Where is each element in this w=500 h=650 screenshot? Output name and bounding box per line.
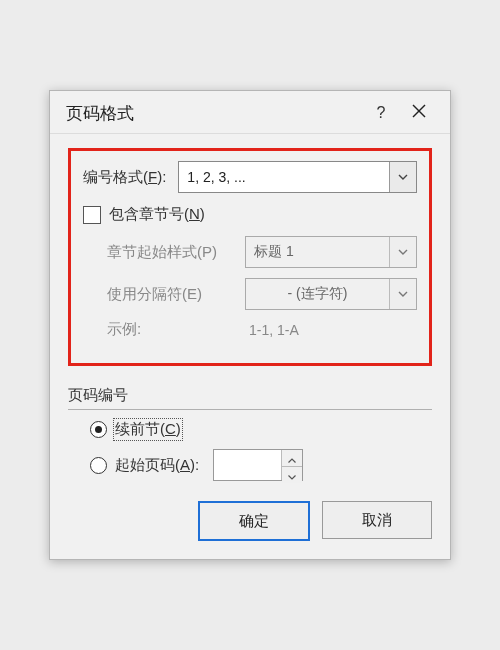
continue-previous-radio[interactable] — [90, 421, 107, 438]
include-chapter-row: 包含章节号(N) — [83, 205, 417, 224]
chapter-start-row: 章节起始样式(P) 标题 1 — [107, 236, 417, 268]
separator-value: - (连字符) — [246, 279, 389, 309]
number-format-value: 1, 2, 3, ... — [179, 162, 389, 192]
spin-up-button[interactable] — [282, 450, 302, 467]
start-at-input[interactable] — [214, 450, 281, 480]
continue-previous-label: 续前节(C) — [115, 420, 181, 439]
page-number-format-dialog: 页码格式 ? 编号格式(F): 1, 2, 3, ... — [49, 90, 451, 560]
number-format-combo[interactable]: 1, 2, 3, ... — [178, 161, 417, 193]
example-row: 示例: 1-1, 1-A — [107, 320, 417, 339]
separator-row: 使用分隔符(E) - (连字符) — [107, 278, 417, 310]
help-button[interactable]: ? — [362, 99, 400, 127]
chapter-start-combo[interactable]: 标题 1 — [245, 236, 417, 268]
spinner-buttons — [281, 450, 302, 480]
ok-button[interactable]: 确定 — [198, 501, 310, 541]
include-chapter-checkbox[interactable] — [83, 206, 101, 224]
number-format-label: 编号格式(F): — [83, 168, 166, 187]
start-at-radio[interactable] — [90, 457, 107, 474]
chevron-down-icon — [389, 162, 416, 192]
chevron-down-icon — [288, 467, 296, 483]
dialog-content: 编号格式(F): 1, 2, 3, ... 包含章节号(N) 章节起始样式(P) — [50, 134, 450, 559]
chevron-down-icon — [389, 237, 416, 267]
separator-combo[interactable]: - (连字符) — [245, 278, 417, 310]
start-at-spinner[interactable] — [213, 449, 303, 481]
separator-label: 使用分隔符(E) — [107, 285, 237, 304]
spin-down-button[interactable] — [282, 467, 302, 483]
page-numbering-label: 页码编号 — [68, 386, 432, 407]
page-numbering-group: 页码编号 续前节(C) 起始页码(A): — [68, 380, 432, 481]
start-at-label: 起始页码(A): — [115, 456, 199, 475]
close-button[interactable] — [400, 99, 438, 127]
cancel-button[interactable]: 取消 — [322, 501, 432, 539]
chevron-down-icon — [389, 279, 416, 309]
number-format-row: 编号格式(F): 1, 2, 3, ... — [83, 161, 417, 193]
continue-previous-row: 续前节(C) — [90, 420, 432, 439]
dialog-buttons: 确定 取消 — [68, 501, 432, 541]
example-label: 示例: — [107, 320, 237, 339]
include-chapter-label: 包含章节号(N) — [109, 205, 205, 224]
titlebar: 页码格式 ? — [50, 91, 450, 134]
dialog-title: 页码格式 — [66, 102, 362, 125]
group-divider — [68, 409, 432, 410]
chapter-start-label: 章节起始样式(P) — [107, 243, 237, 262]
page-numbering-options: 续前节(C) 起始页码(A): — [68, 420, 432, 481]
start-at-row: 起始页码(A): — [90, 449, 432, 481]
chapter-sub-options: 章节起始样式(P) 标题 1 使用分隔符(E) - (连字符) — [83, 236, 417, 339]
highlight-box: 编号格式(F): 1, 2, 3, ... 包含章节号(N) 章节起始样式(P) — [68, 148, 432, 366]
close-icon — [412, 104, 426, 122]
chevron-up-icon — [288, 450, 296, 466]
example-value: 1-1, 1-A — [249, 322, 299, 338]
chapter-start-value: 标题 1 — [246, 237, 389, 267]
